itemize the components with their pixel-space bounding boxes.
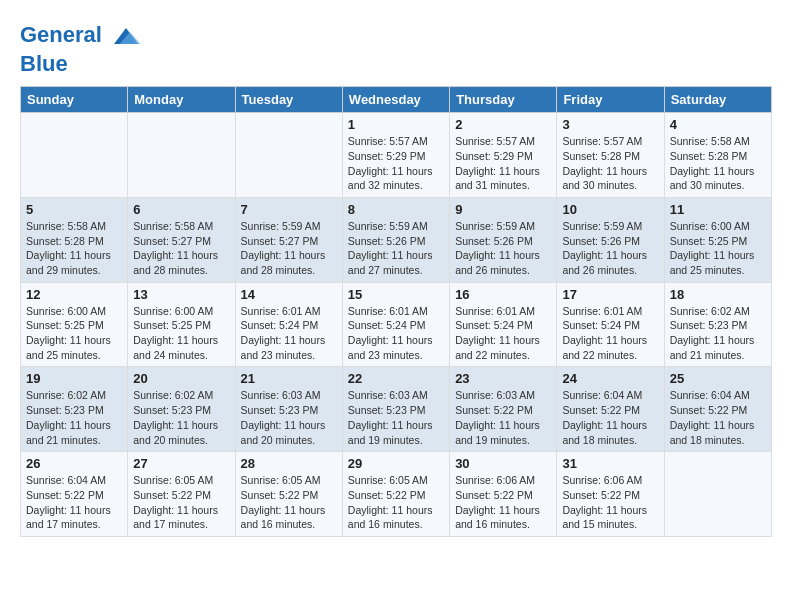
calendar-cell <box>128 113 235 198</box>
calendar-cell <box>235 113 342 198</box>
calendar-cell: 17Sunrise: 6:01 AM Sunset: 5:24 PM Dayli… <box>557 282 664 367</box>
calendar-cell <box>21 113 128 198</box>
day-info: Sunrise: 6:03 AM Sunset: 5:23 PM Dayligh… <box>348 388 444 447</box>
day-info: Sunrise: 6:04 AM Sunset: 5:22 PM Dayligh… <box>562 388 658 447</box>
day-info: Sunrise: 6:02 AM Sunset: 5:23 PM Dayligh… <box>26 388 122 447</box>
calendar-cell: 6Sunrise: 5:58 AM Sunset: 5:27 PM Daylig… <box>128 197 235 282</box>
day-info: Sunrise: 5:59 AM Sunset: 5:26 PM Dayligh… <box>348 219 444 278</box>
day-info: Sunrise: 5:58 AM Sunset: 5:27 PM Dayligh… <box>133 219 229 278</box>
day-info: Sunrise: 5:59 AM Sunset: 5:27 PM Dayligh… <box>241 219 337 278</box>
calendar-cell: 13Sunrise: 6:00 AM Sunset: 5:25 PM Dayli… <box>128 282 235 367</box>
day-info: Sunrise: 6:02 AM Sunset: 5:23 PM Dayligh… <box>133 388 229 447</box>
day-number: 21 <box>241 371 337 386</box>
logo-text: General <box>20 20 142 52</box>
day-number: 31 <box>562 456 658 471</box>
day-number: 12 <box>26 287 122 302</box>
day-info: Sunrise: 6:00 AM Sunset: 5:25 PM Dayligh… <box>670 219 766 278</box>
day-info: Sunrise: 6:03 AM Sunset: 5:23 PM Dayligh… <box>241 388 337 447</box>
calendar-cell: 7Sunrise: 5:59 AM Sunset: 5:27 PM Daylig… <box>235 197 342 282</box>
logo-blue: Blue <box>20 52 142 76</box>
day-number: 23 <box>455 371 551 386</box>
logo-icon <box>110 20 142 52</box>
calendar-cell: 22Sunrise: 6:03 AM Sunset: 5:23 PM Dayli… <box>342 367 449 452</box>
calendar-cell: 19Sunrise: 6:02 AM Sunset: 5:23 PM Dayli… <box>21 367 128 452</box>
logo-general: General <box>20 22 102 47</box>
week-row-5: 26Sunrise: 6:04 AM Sunset: 5:22 PM Dayli… <box>21 452 772 537</box>
day-info: Sunrise: 5:57 AM Sunset: 5:29 PM Dayligh… <box>348 134 444 193</box>
calendar-cell: 18Sunrise: 6:02 AM Sunset: 5:23 PM Dayli… <box>664 282 771 367</box>
day-info: Sunrise: 5:59 AM Sunset: 5:26 PM Dayligh… <box>455 219 551 278</box>
calendar-cell: 15Sunrise: 6:01 AM Sunset: 5:24 PM Dayli… <box>342 282 449 367</box>
calendar-cell: 21Sunrise: 6:03 AM Sunset: 5:23 PM Dayli… <box>235 367 342 452</box>
calendar-cell: 12Sunrise: 6:00 AM Sunset: 5:25 PM Dayli… <box>21 282 128 367</box>
calendar-cell <box>664 452 771 537</box>
day-info: Sunrise: 6:04 AM Sunset: 5:22 PM Dayligh… <box>26 473 122 532</box>
day-info: Sunrise: 5:58 AM Sunset: 5:28 PM Dayligh… <box>670 134 766 193</box>
calendar-cell: 3Sunrise: 5:57 AM Sunset: 5:28 PM Daylig… <box>557 113 664 198</box>
day-info: Sunrise: 6:01 AM Sunset: 5:24 PM Dayligh… <box>455 304 551 363</box>
day-number: 10 <box>562 202 658 217</box>
weekday-header-monday: Monday <box>128 87 235 113</box>
day-info: Sunrise: 5:57 AM Sunset: 5:29 PM Dayligh… <box>455 134 551 193</box>
weekday-header-saturday: Saturday <box>664 87 771 113</box>
calendar-cell: 27Sunrise: 6:05 AM Sunset: 5:22 PM Dayli… <box>128 452 235 537</box>
page-header: General Blue <box>20 20 772 76</box>
week-row-4: 19Sunrise: 6:02 AM Sunset: 5:23 PM Dayli… <box>21 367 772 452</box>
calendar-cell: 8Sunrise: 5:59 AM Sunset: 5:26 PM Daylig… <box>342 197 449 282</box>
calendar-cell: 4Sunrise: 5:58 AM Sunset: 5:28 PM Daylig… <box>664 113 771 198</box>
calendar-cell: 28Sunrise: 6:05 AM Sunset: 5:22 PM Dayli… <box>235 452 342 537</box>
day-number: 22 <box>348 371 444 386</box>
day-number: 27 <box>133 456 229 471</box>
calendar-cell: 31Sunrise: 6:06 AM Sunset: 5:22 PM Dayli… <box>557 452 664 537</box>
calendar-cell: 9Sunrise: 5:59 AM Sunset: 5:26 PM Daylig… <box>450 197 557 282</box>
day-number: 8 <box>348 202 444 217</box>
day-number: 2 <box>455 117 551 132</box>
day-number: 1 <box>348 117 444 132</box>
calendar-body: 1Sunrise: 5:57 AM Sunset: 5:29 PM Daylig… <box>21 113 772 537</box>
calendar-cell: 10Sunrise: 5:59 AM Sunset: 5:26 PM Dayli… <box>557 197 664 282</box>
day-info: Sunrise: 6:02 AM Sunset: 5:23 PM Dayligh… <box>670 304 766 363</box>
day-number: 16 <box>455 287 551 302</box>
day-info: Sunrise: 5:59 AM Sunset: 5:26 PM Dayligh… <box>562 219 658 278</box>
day-info: Sunrise: 6:00 AM Sunset: 5:25 PM Dayligh… <box>26 304 122 363</box>
week-row-1: 1Sunrise: 5:57 AM Sunset: 5:29 PM Daylig… <box>21 113 772 198</box>
day-number: 17 <box>562 287 658 302</box>
calendar-cell: 26Sunrise: 6:04 AM Sunset: 5:22 PM Dayli… <box>21 452 128 537</box>
calendar-cell: 2Sunrise: 5:57 AM Sunset: 5:29 PM Daylig… <box>450 113 557 198</box>
day-info: Sunrise: 6:05 AM Sunset: 5:22 PM Dayligh… <box>133 473 229 532</box>
day-info: Sunrise: 6:03 AM Sunset: 5:22 PM Dayligh… <box>455 388 551 447</box>
calendar-cell: 14Sunrise: 6:01 AM Sunset: 5:24 PM Dayli… <box>235 282 342 367</box>
weekday-header-thursday: Thursday <box>450 87 557 113</box>
weekday-row: SundayMondayTuesdayWednesdayThursdayFrid… <box>21 87 772 113</box>
day-number: 19 <box>26 371 122 386</box>
day-number: 11 <box>670 202 766 217</box>
calendar-cell: 5Sunrise: 5:58 AM Sunset: 5:28 PM Daylig… <box>21 197 128 282</box>
week-row-2: 5Sunrise: 5:58 AM Sunset: 5:28 PM Daylig… <box>21 197 772 282</box>
calendar-header: SundayMondayTuesdayWednesdayThursdayFrid… <box>21 87 772 113</box>
day-number: 29 <box>348 456 444 471</box>
day-info: Sunrise: 6:00 AM Sunset: 5:25 PM Dayligh… <box>133 304 229 363</box>
weekday-header-wednesday: Wednesday <box>342 87 449 113</box>
weekday-header-tuesday: Tuesday <box>235 87 342 113</box>
day-number: 26 <box>26 456 122 471</box>
calendar-table: SundayMondayTuesdayWednesdayThursdayFrid… <box>20 86 772 537</box>
calendar-cell: 29Sunrise: 6:05 AM Sunset: 5:22 PM Dayli… <box>342 452 449 537</box>
calendar-cell: 23Sunrise: 6:03 AM Sunset: 5:22 PM Dayli… <box>450 367 557 452</box>
week-row-3: 12Sunrise: 6:00 AM Sunset: 5:25 PM Dayli… <box>21 282 772 367</box>
calendar-cell: 20Sunrise: 6:02 AM Sunset: 5:23 PM Dayli… <box>128 367 235 452</box>
calendar-cell: 16Sunrise: 6:01 AM Sunset: 5:24 PM Dayli… <box>450 282 557 367</box>
day-number: 9 <box>455 202 551 217</box>
day-number: 30 <box>455 456 551 471</box>
day-info: Sunrise: 6:01 AM Sunset: 5:24 PM Dayligh… <box>562 304 658 363</box>
day-info: Sunrise: 6:05 AM Sunset: 5:22 PM Dayligh… <box>241 473 337 532</box>
day-number: 13 <box>133 287 229 302</box>
day-number: 6 <box>133 202 229 217</box>
day-number: 25 <box>670 371 766 386</box>
calendar-cell: 25Sunrise: 6:04 AM Sunset: 5:22 PM Dayli… <box>664 367 771 452</box>
day-number: 18 <box>670 287 766 302</box>
day-info: Sunrise: 5:58 AM Sunset: 5:28 PM Dayligh… <box>26 219 122 278</box>
day-number: 28 <box>241 456 337 471</box>
day-number: 4 <box>670 117 766 132</box>
calendar-cell: 30Sunrise: 6:06 AM Sunset: 5:22 PM Dayli… <box>450 452 557 537</box>
day-info: Sunrise: 6:04 AM Sunset: 5:22 PM Dayligh… <box>670 388 766 447</box>
